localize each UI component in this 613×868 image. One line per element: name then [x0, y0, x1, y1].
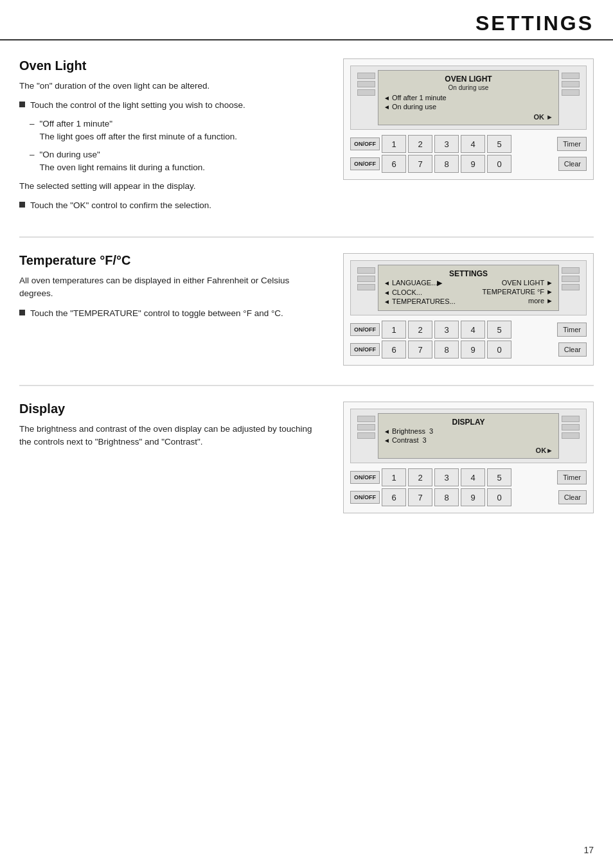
screen-row-1[interactable]: ◄ Off after 1 minute	[384, 94, 553, 102]
bar-r1[interactable]	[562, 73, 580, 79]
bar-d1[interactable]	[357, 416, 375, 422]
bar-d3[interactable]	[357, 432, 375, 439]
display-key-2[interactable]: 2	[408, 468, 432, 486]
key-2[interactable]: 2	[408, 135, 432, 153]
display-inner: OVEN LIGHT On during use ◄ Off after 1 m…	[357, 70, 580, 125]
display-right-bars	[562, 73, 580, 125]
key-8[interactable]: 8	[434, 155, 459, 173]
bullet-square-icon	[19, 102, 25, 107]
oven-light-dash2-content: "On during use" The oven light remains l…	[40, 148, 205, 175]
settings-temps-text: TEMPERATURES...	[392, 297, 456, 305]
temp-keypad-row1: ON/OFF 1 2 3 4 5 Timer	[350, 321, 587, 339]
display-row-brightness[interactable]: ◄ Brightness 3	[384, 427, 553, 435]
temp-key-3[interactable]: 3	[434, 321, 459, 339]
key-4[interactable]: 4	[461, 135, 485, 153]
settings-tempf-text: TEMPERATURE °F ►	[483, 288, 553, 296]
bar-tr3[interactable]	[562, 284, 580, 290]
settings-row-ovenlight[interactable]: OVEN LIGHT ►	[470, 279, 553, 287]
display-key-8[interactable]: 8	[434, 488, 459, 506]
settings-col-left: ◄ LANGUAGE...▶ ◄ CLOCK... ◄	[384, 279, 467, 306]
display-key-9[interactable]: 9	[461, 488, 485, 506]
onoff-key-1[interactable]: ON/OFF	[350, 137, 380, 150]
bar-r2[interactable]	[562, 81, 580, 87]
display-row-contrast[interactable]: ◄ Contrast 3	[384, 436, 553, 444]
bar-dr3[interactable]	[562, 432, 580, 439]
temp-key-9[interactable]: 9	[461, 341, 485, 359]
key-3[interactable]: 3	[434, 135, 459, 153]
bar-3[interactable]	[357, 89, 375, 96]
oven-light-dash1: – "Off after 1 minute" The light goes of…	[19, 118, 324, 144]
timer-button[interactable]: Timer	[557, 137, 587, 151]
temp-clear-button[interactable]: Clear	[558, 342, 587, 357]
key-9[interactable]: 9	[461, 155, 485, 173]
display-key-1[interactable]: 1	[382, 468, 406, 486]
temp-key-4[interactable]: 4	[461, 321, 485, 339]
temp-key-1[interactable]: 1	[382, 321, 406, 339]
display-left-bars-disp	[357, 416, 375, 459]
key-7[interactable]: 7	[408, 155, 432, 173]
screen-row-2[interactable]: ◄ On during use	[384, 103, 553, 111]
display-key-6[interactable]: 6	[382, 488, 406, 506]
display-onoff-1[interactable]: ON/OFF	[350, 471, 380, 484]
temp-timer-button[interactable]: Timer	[557, 323, 587, 337]
settings-row-lang[interactable]: ◄ LANGUAGE...▶	[384, 279, 467, 287]
temp-onoff-1[interactable]: ON/OFF	[350, 323, 380, 336]
screen-title: OVEN LIGHT	[384, 75, 553, 84]
temp-key-5[interactable]: 5	[487, 321, 511, 339]
arrow-icon-1: ◄	[384, 94, 390, 102]
bar-d2[interactable]	[357, 424, 375, 430]
key-5[interactable]: 5	[487, 135, 511, 153]
temp-key-8[interactable]: 8	[434, 341, 459, 359]
key-1[interactable]: 1	[382, 135, 406, 153]
bar-t1[interactable]	[357, 267, 375, 274]
oven-light-panel: OVEN LIGHT On during use ◄ Off after 1 m…	[343, 58, 594, 180]
bar-r3[interactable]	[562, 89, 580, 96]
key-6[interactable]: 6	[382, 155, 406, 173]
temp-onoff-2[interactable]: ON/OFF	[350, 343, 380, 356]
oven-light-display: OVEN LIGHT On during use ◄ Off after 1 m…	[350, 66, 587, 130]
display-key-4[interactable]: 4	[461, 468, 485, 486]
settings-lang-text: LANGUAGE...▶	[392, 279, 442, 287]
bar-dr2[interactable]	[562, 424, 580, 430]
bar-1[interactable]	[357, 73, 375, 79]
display-key-3[interactable]: 3	[434, 468, 459, 486]
display-key-7[interactable]: 7	[408, 488, 432, 506]
bar-t2[interactable]	[357, 276, 375, 282]
section-left-display: Display The brightness and contrast of t…	[19, 402, 324, 513]
display-panel: DISPLAY ◄ Brightness 3 ◄ Contrast 3	[343, 402, 594, 513]
settings-two-col: ◄ LANGUAGE...▶ ◄ CLOCK... ◄	[384, 279, 553, 306]
key-0[interactable]: 0	[487, 155, 511, 173]
bar-2[interactable]	[357, 81, 375, 87]
content: Oven Light The "on" duration of the oven…	[0, 40, 613, 545]
onoff-key-2[interactable]: ON/OFF	[350, 157, 380, 170]
screen-row2-text: On during use	[392, 103, 436, 111]
bar-tr1[interactable]	[562, 267, 580, 274]
bar-tr2[interactable]	[562, 276, 580, 282]
settings-row-clock[interactable]: ◄ CLOCK...	[384, 288, 467, 296]
temp-key-6[interactable]: 6	[382, 341, 406, 359]
display-display: DISPLAY ◄ Brightness 3 ◄ Contrast 3	[350, 409, 587, 463]
screen-ok[interactable]: OK ►	[384, 113, 553, 121]
settings-row-temps[interactable]: ◄ TEMPERATURES...	[384, 297, 467, 305]
section-left-temp: Temperature °F/°C All oven temperatures …	[19, 253, 324, 366]
oven-light-bullet1-text: Touch the control of the light setting y…	[30, 99, 245, 112]
display-onoff-2[interactable]: ON/OFF	[350, 491, 380, 504]
settings-row-tempf[interactable]: TEMPERATURE °F ►	[470, 288, 553, 296]
display-clear-button[interactable]: Clear	[558, 490, 587, 504]
temp-key-0[interactable]: 0	[487, 341, 511, 359]
section-divider-1	[19, 236, 594, 238]
display-screen-ok[interactable]: OK►	[384, 447, 553, 454]
screen-subtitle: On during use	[384, 84, 553, 91]
display-timer-button[interactable]: Timer	[557, 470, 587, 484]
display-key-0[interactable]: 0	[487, 488, 511, 506]
temp-display: SETTINGS ◄ LANGUAGE...▶ ◄ CLOCK	[350, 260, 587, 315]
temp-key-7[interactable]: 7	[408, 341, 432, 359]
bar-t3[interactable]	[357, 284, 375, 290]
clear-button[interactable]: Clear	[558, 157, 587, 171]
oven-light-screen: OVEN LIGHT On during use ◄ Off after 1 m…	[378, 70, 559, 125]
settings-row-more[interactable]: more ►	[470, 297, 553, 305]
display-key-5[interactable]: 5	[487, 468, 511, 486]
temp-key-2[interactable]: 2	[408, 321, 432, 339]
bar-dr1[interactable]	[562, 416, 580, 422]
brightness-label: Brightness	[392, 427, 425, 435]
